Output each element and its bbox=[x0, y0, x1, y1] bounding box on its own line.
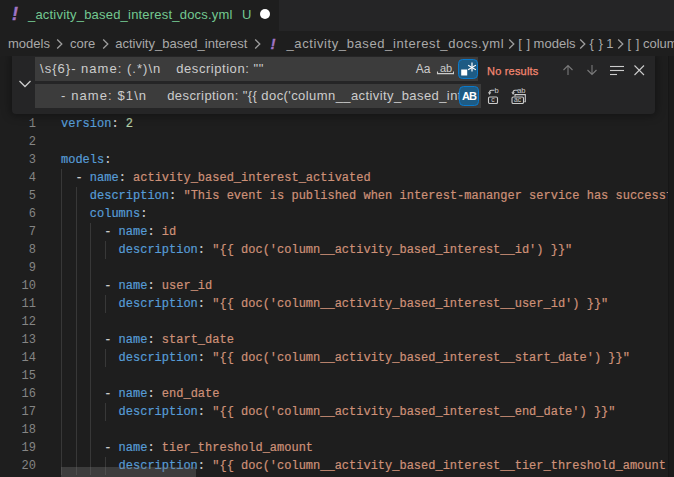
svg-text:ab: ab bbox=[440, 62, 452, 74]
svg-text:c: c bbox=[491, 96, 495, 103]
svg-text:b: b bbox=[495, 88, 499, 95]
svg-text:ab: ab bbox=[517, 88, 525, 95]
svg-text:ac: ac bbox=[514, 96, 522, 103]
